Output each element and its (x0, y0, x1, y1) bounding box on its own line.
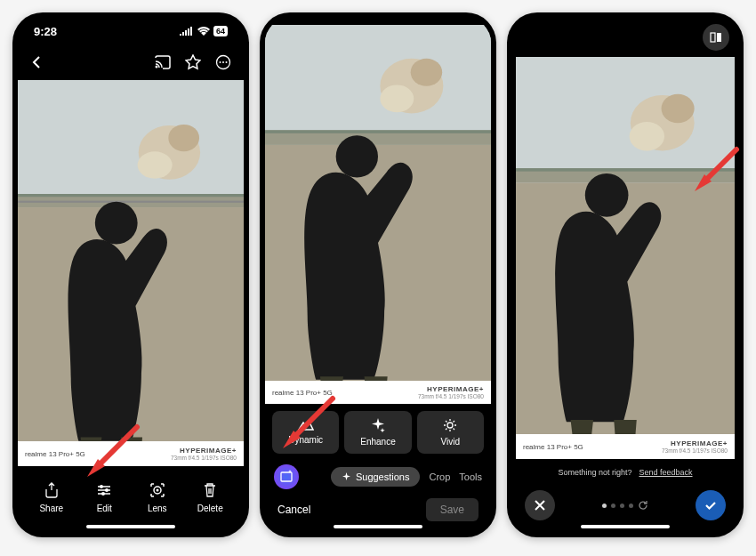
save-button[interactable]: Save (426, 498, 479, 521)
svg-point-15 (105, 488, 109, 492)
svg-point-16 (101, 492, 105, 496)
svg-rect-9 (18, 201, 244, 203)
dot-3 (620, 504, 624, 508)
phone-screen-2: realme 13 Pro+ 5G HYPERIMAGE+ 73mm f/4.5… (260, 12, 496, 537)
edit-label: Edit (97, 504, 112, 513)
watermark-device: realme 13 Pro+ 5G (523, 443, 583, 451)
edit-icon (96, 482, 112, 498)
status-bar: 9:28 64 (18, 18, 244, 44)
photo-watermark: realme 13 Pro+ 5G HYPERIMAGE+ 73mm f/4.5… (18, 441, 244, 466)
delete-button[interactable]: Delete (184, 482, 237, 513)
svg-point-23 (336, 135, 378, 177)
signal-icon (180, 27, 194, 36)
phone-screen-3: realme 13 Pro+ 5G HYPERIMAGE+ 73mm f/4.5… (507, 12, 744, 537)
photo[interactable]: realme 13 Pro+ 5G HYPERIMAGE+ 73mm f/4.5… (18, 80, 244, 466)
watermark-meta: 73mm f/4.5 1/197s ISO80 (662, 447, 728, 454)
cast-icon[interactable] (155, 55, 171, 69)
watermark-meta: 73mm f/4.5 1/197s ISO80 (418, 393, 484, 399)
photo[interactable]: realme 13 Pro+ 5G HYPERIMAGE+ 73mm f/4.5… (265, 25, 491, 404)
svg-point-10 (95, 202, 138, 245)
more-icon[interactable] (215, 54, 231, 70)
feedback-question: Something not right? (558, 468, 631, 477)
svg-rect-21 (265, 130, 491, 133)
sparkle-icon (371, 418, 385, 432)
filter-row: Dynamic Enhance Vivid (265, 404, 491, 461)
photo-watermark: realme 13 Pro+ 5G HYPERIMAGE+ 73mm f/4.5… (265, 381, 491, 404)
filter-dynamic[interactable]: Dynamic (272, 411, 339, 454)
watermark-brand: HYPERIMAGE+ (662, 439, 728, 447)
bottom-bar: Share Edit Lens Delete (18, 466, 244, 532)
check-icon (704, 498, 718, 512)
compare-button[interactable] (703, 24, 729, 51)
tab-tools[interactable]: Tools (459, 471, 482, 482)
photo[interactable]: realme 13 Pro+ 5G HYPERIMAGE+ 73mm f/4.5… (516, 57, 735, 459)
dot-2 (611, 504, 615, 508)
filter-vivid-label: Vivid (441, 437, 461, 447)
feedback-row: Something not right? Send feedback (512, 459, 738, 486)
svg-point-2 (220, 61, 221, 63)
close-icon (534, 499, 546, 512)
svg-point-26 (380, 85, 414, 112)
refresh-icon[interactable] (638, 500, 648, 511)
home-indicator[interactable] (581, 525, 670, 528)
svg-point-38 (630, 122, 664, 150)
close-button[interactable] (525, 490, 555, 520)
tab-suggestions[interactable]: Suggestions (331, 467, 421, 487)
share-button[interactable]: Share (25, 482, 78, 513)
filter-enhance-label: Enhance (360, 437, 395, 447)
filter-dynamic-label: Dynamic (288, 435, 323, 445)
wifi-icon (197, 27, 210, 36)
svg-rect-33 (516, 168, 735, 171)
filter-enhance[interactable]: Enhance (344, 411, 411, 454)
share-label: Share (39, 504, 63, 513)
watermark-brand: HYPERIMAGE+ (171, 447, 237, 455)
mountain-icon (298, 420, 314, 431)
svg-point-35 (585, 173, 629, 217)
svg-point-12 (168, 125, 199, 151)
watermark-brand: HYPERIMAGE+ (418, 385, 484, 393)
back-icon[interactable] (30, 55, 44, 69)
image-sparkle-icon (279, 470, 294, 484)
svg-point-0 (156, 66, 158, 68)
edit-button[interactable]: Edit (78, 482, 132, 513)
svg-rect-28 (281, 472, 292, 481)
svg-rect-5 (18, 80, 244, 205)
svg-point-25 (411, 59, 443, 86)
watermark-device: realme 13 Pro+ 5G (25, 450, 85, 458)
svg-point-18 (156, 488, 158, 491)
svg-rect-30 (717, 33, 721, 42)
svg-rect-7 (18, 194, 244, 197)
watermark-meta: 73mm f/4.5 1/197s ISO80 (171, 455, 237, 461)
lens-label: Lens (148, 504, 167, 513)
star-icon[interactable] (185, 54, 201, 70)
svg-point-3 (222, 61, 224, 63)
topbar (18, 44, 244, 80)
page-dots[interactable] (602, 500, 648, 511)
tab-crop[interactable]: Crop (429, 471, 450, 482)
svg-point-37 (662, 94, 695, 123)
photo-watermark: realme 13 Pro+ 5G HYPERIMAGE+ 73mm f/4.5… (516, 434, 735, 459)
lens-button[interactable]: Lens (131, 482, 184, 513)
confirm-button[interactable] (696, 490, 726, 520)
delete-label: Delete (197, 504, 223, 513)
dot-1 (602, 504, 607, 508)
home-indicator[interactable] (86, 525, 175, 528)
sparkle-small-icon (342, 472, 351, 482)
phone-screen-1: 9:28 64 (12, 12, 249, 537)
svg-rect-29 (711, 33, 715, 42)
home-indicator[interactable] (334, 525, 422, 528)
delete-icon (202, 482, 218, 498)
svg-rect-31 (516, 57, 735, 179)
watermark-device: realme 13 Pro+ 5G (272, 389, 333, 397)
svg-rect-19 (265, 25, 491, 141)
status-time: 9:28 (34, 25, 57, 38)
topbar (512, 18, 738, 57)
svg-point-13 (138, 151, 173, 178)
share-icon (44, 482, 60, 498)
filter-vivid[interactable]: Vivid (417, 411, 484, 454)
send-feedback-link[interactable]: Send feedback (639, 468, 693, 477)
lens-icon (149, 482, 165, 498)
magic-eraser-button[interactable] (274, 464, 299, 489)
cancel-button[interactable]: Cancel (277, 504, 310, 516)
brightness-icon (443, 418, 457, 432)
